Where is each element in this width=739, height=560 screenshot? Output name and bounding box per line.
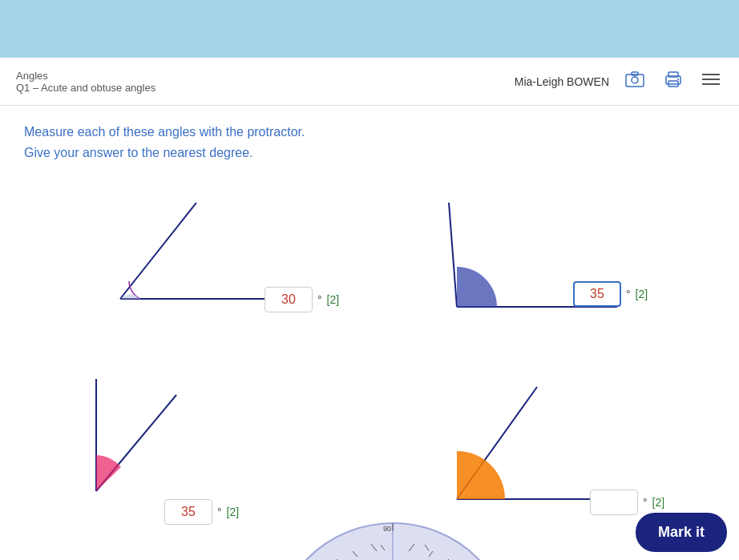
page-subtitle: Q1 – Acute and obtuse angles (16, 82, 155, 94)
angle-4-degree: ° (643, 496, 648, 509)
angle-4-input[interactable] (590, 489, 638, 515)
svg-point-6 (677, 79, 679, 80)
angle-4-area: ° [2] (433, 371, 681, 526)
camera-button[interactable] (622, 67, 648, 95)
instruction-line1: Measure each of these angles with the pr… (24, 122, 715, 143)
svg-point-1 (632, 77, 638, 83)
angle-2-marks: [2] (636, 288, 648, 300)
angle-4-answer-row: ° [2] (590, 489, 664, 515)
username: Mia-Leigh BOWEN (515, 75, 609, 88)
protractor-container: 0 90 180 30 60 120 150 (256, 515, 529, 560)
mark-it-button[interactable]: Mark it (636, 513, 727, 552)
menu-icon (702, 74, 720, 90)
svg-rect-2 (632, 72, 638, 75)
angle-1-answer-row: ° [2] (265, 287, 339, 312)
angle-3-area: ° [2] (48, 371, 273, 526)
menu-button[interactable] (699, 69, 723, 94)
header-left: Angles Q1 – Acute and obtuse angles (16, 70, 155, 94)
angle-3-input[interactable] (164, 499, 212, 525)
angle-3-answer-row: ° [2] (164, 499, 239, 525)
angle-4-marks: [2] (652, 496, 665, 509)
svg-text:90: 90 (383, 525, 391, 533)
angle-1-area: ° [2] (72, 195, 297, 334)
angle-1-marks: [2] (327, 293, 340, 306)
angle-1-input[interactable] (265, 287, 313, 312)
angles-area: ° [2] ° [2] (24, 179, 729, 560)
printer-icon (664, 75, 683, 91)
angle-1-svg (72, 195, 297, 331)
angle-2-svg (433, 195, 673, 331)
angle-2-degree: ° (626, 288, 631, 300)
camera-icon (625, 75, 644, 91)
instruction-line2: Give your answer to the nearest degree. (24, 143, 715, 163)
angle-2-input[interactable] (573, 281, 621, 307)
angle-2-answer-row: ° [2] (573, 281, 648, 307)
header: Angles Q1 – Acute and obtuse angles Mia-… (0, 58, 739, 106)
angle-3-marks: [2] (227, 506, 240, 518)
top-bar (0, 0, 739, 58)
svg-line-11 (120, 203, 196, 299)
printer-button[interactable] (660, 67, 686, 95)
page-title: Angles (16, 70, 155, 82)
protractor-svg: 0 90 180 30 60 120 150 (256, 515, 529, 560)
angle-2-area: ° [2] (433, 195, 673, 334)
instruction: Measure each of these angles with the pr… (24, 122, 715, 163)
main-content: Measure each of these angles with the pr… (0, 106, 739, 560)
header-right: Mia-Leigh BOWEN (515, 67, 723, 95)
svg-line-13 (449, 203, 457, 307)
angle-1-degree: ° (317, 293, 322, 306)
angle-3-degree: ° (217, 506, 222, 518)
